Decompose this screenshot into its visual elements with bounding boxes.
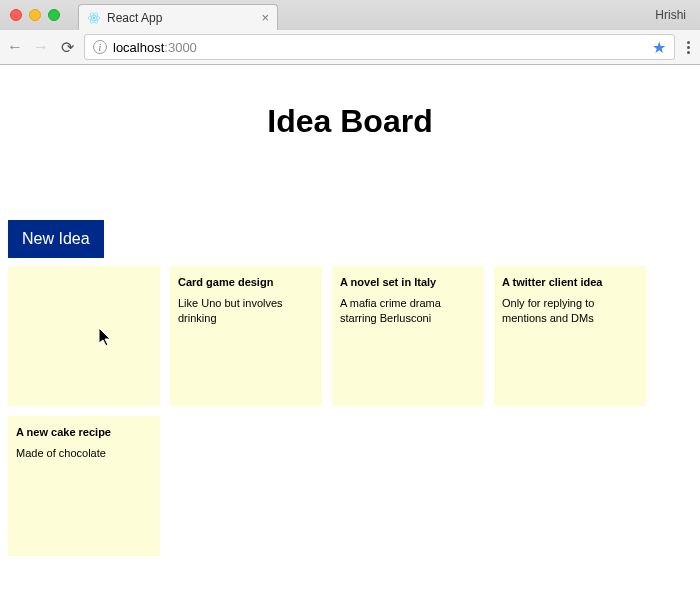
idea-body: Only for replying to mentions and DMs xyxy=(502,296,638,326)
browser-tab[interactable]: React App × xyxy=(78,4,278,30)
tab-bar: React App × Hrishi xyxy=(0,0,700,30)
idea-body: A mafia crime drama starring Berlusconi xyxy=(340,296,476,326)
browser-menu-icon[interactable] xyxy=(683,41,694,54)
forward-icon: → xyxy=(32,38,50,56)
react-favicon-icon xyxy=(87,11,101,25)
idea-title: A new cake recipe xyxy=(16,426,152,438)
window-close-button[interactable] xyxy=(10,9,22,21)
window-minimize-button[interactable] xyxy=(29,9,41,21)
page-title: Idea Board xyxy=(0,103,700,140)
nav-bar: ← → ⟳ i localhost:3000 ★ xyxy=(0,30,700,64)
idea-title: A twitter client idea xyxy=(502,276,638,288)
idea-tile[interactable]: Card game design Like Uno but involves d… xyxy=(170,266,322,406)
tab-close-icon[interactable]: × xyxy=(261,11,269,24)
back-icon[interactable]: ← xyxy=(6,38,24,56)
tab-title: React App xyxy=(107,11,255,25)
address-bar[interactable]: i localhost:3000 ★ xyxy=(84,34,675,60)
window-controls xyxy=(6,9,66,21)
ideas-grid: Card game design Like Uno but involves d… xyxy=(0,266,700,556)
site-info-icon[interactable]: i xyxy=(93,40,107,54)
profile-name[interactable]: Hrishi xyxy=(655,8,694,22)
idea-body: Made of chocolate xyxy=(16,446,152,461)
url-rest: :3000 xyxy=(164,40,197,55)
new-idea-button[interactable]: New Idea xyxy=(8,220,104,258)
idea-body: Like Uno but involves drinking xyxy=(178,296,314,326)
bookmark-star-icon[interactable]: ★ xyxy=(652,38,666,57)
idea-title: Card game design xyxy=(178,276,314,288)
idea-title: A novel set in Italy xyxy=(340,276,476,288)
browser-chrome: React App × Hrishi ← → ⟳ i localhost:300… xyxy=(0,0,700,65)
idea-tile[interactable] xyxy=(8,266,160,406)
svg-point-0 xyxy=(93,16,95,18)
idea-tile[interactable]: A novel set in Italy A mafia crime drama… xyxy=(332,266,484,406)
reload-icon[interactable]: ⟳ xyxy=(58,38,76,57)
idea-tile[interactable]: A new cake recipe Made of chocolate xyxy=(8,416,160,556)
url-text: localhost:3000 xyxy=(113,40,197,55)
window-maximize-button[interactable] xyxy=(48,9,60,21)
page-content: Idea Board New Idea Card game design Lik… xyxy=(0,103,700,556)
idea-tile[interactable]: A twitter client idea Only for replying … xyxy=(494,266,646,406)
url-host: localhost xyxy=(113,40,164,55)
